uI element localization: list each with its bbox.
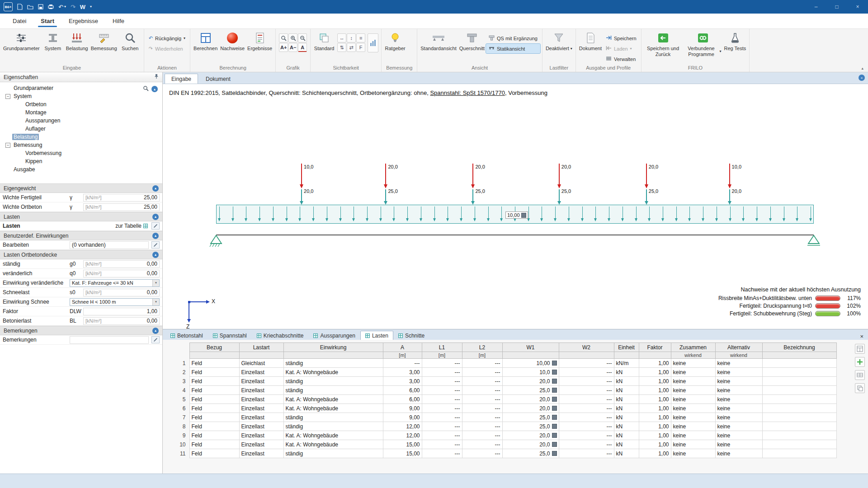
cell-faktor[interactable]: 1,00 xyxy=(639,422,671,431)
font-decrease-button[interactable]: A− xyxy=(288,43,297,52)
load-value-detail-icon[interactable] xyxy=(552,451,557,456)
open-folder-icon[interactable] xyxy=(27,4,33,9)
cell-l1[interactable]: --- xyxy=(422,449,462,458)
table-row[interactable]: 7FeldEinzellastständig9,00------25,0---k… xyxy=(169,413,836,422)
cell-a[interactable]: 3,00 xyxy=(383,377,422,386)
table-row[interactable]: 3FeldEinzellastständig3,00------20,0---k… xyxy=(169,377,836,386)
maximize-button[interactable]: □ xyxy=(826,0,847,14)
verbundene-programme-button[interactable]: Verbundene Programme▾ xyxy=(683,30,723,58)
cell-bezeichnung[interactable] xyxy=(762,359,836,368)
load-value-detail-icon[interactable] xyxy=(552,433,557,438)
w-program-icon[interactable]: W xyxy=(80,4,85,10)
standardansicht-button[interactable]: Standardansicht xyxy=(419,30,458,52)
section-collapse-icon[interactable]: ▴ xyxy=(152,328,159,334)
chevron-down-icon[interactable]: ▾ xyxy=(152,280,159,286)
property-value-field[interactable]: (0 vorhanden) xyxy=(70,241,149,249)
cell-l1[interactable]: --- xyxy=(422,377,462,386)
zoom-select-icon[interactable] xyxy=(279,33,288,42)
cell-lastart[interactable]: Einzellast xyxy=(239,431,283,440)
cell-l2[interactable]: --- xyxy=(462,404,502,413)
undo-icon[interactable]: ↶▾ xyxy=(58,4,66,10)
cell-bezug[interactable]: Feld xyxy=(189,413,239,422)
cell-lastart[interactable]: Einzellast xyxy=(239,386,283,395)
tree-item-ausgabe[interactable]: Ausgabe xyxy=(0,165,162,174)
property-value-field[interactable]: [kN/m²]0,00 xyxy=(83,270,160,277)
cell-l1[interactable]: --- xyxy=(422,404,462,413)
bottom-tab-aussparungen[interactable]: Aussparungen xyxy=(308,331,360,340)
cell-bezug[interactable]: Feld xyxy=(189,422,239,431)
toggle-dimensions-icon[interactable]: ↔ xyxy=(337,33,346,42)
cell-w2[interactable]: --- xyxy=(559,359,614,368)
cell-bezeichnung[interactable] xyxy=(762,377,836,386)
cell-alternativ[interactable]: keine xyxy=(715,386,762,395)
cell-alternativ[interactable]: keine xyxy=(715,431,762,440)
font-edit-button[interactable]: A xyxy=(298,43,307,52)
section-header-benutzerdef-einwirkungen[interactable]: Benutzerdef. Einwirkungen▴ xyxy=(0,231,162,240)
zoom-out-icon[interactable] xyxy=(298,33,307,42)
cell-l1[interactable]: --- xyxy=(422,395,462,404)
bottom-tab-kriechabschnitte[interactable]: Kriechabschnitte xyxy=(252,331,309,340)
querschnitt-button[interactable]: Querschnitt xyxy=(458,30,486,52)
undo-dropdown-icon[interactable]: ▾ xyxy=(184,36,185,40)
cell-l2[interactable]: --- xyxy=(462,449,502,458)
ratgeber-button[interactable]: Ratgeber xyxy=(383,30,407,52)
redo-icon[interactable]: ↷ xyxy=(71,4,75,10)
cell-zusammen[interactable]: keine xyxy=(671,368,715,377)
cell-faktor[interactable]: 1,00 xyxy=(639,449,671,458)
cell-alternativ[interactable]: keine xyxy=(715,440,762,449)
belastung-button[interactable]: Belastung xyxy=(65,30,90,52)
column-header-a[interactable]: A xyxy=(383,343,422,352)
cell-bezug[interactable]: Feld xyxy=(189,368,239,377)
cell-faktor[interactable]: 1,00 xyxy=(639,368,671,377)
column-header-alternativ[interactable]: Alternativ xyxy=(715,343,762,352)
cell-einwirkung[interactable]: ständig xyxy=(283,449,383,458)
cell-w1[interactable]: 25,0 xyxy=(502,422,559,431)
undo-button[interactable]: ↶Rückgängig▾ xyxy=(146,33,188,43)
panel-close-icon[interactable]: × xyxy=(860,333,863,340)
profil-verwalten-button[interactable]: Verwalten xyxy=(603,54,639,64)
tree-item-aussparungen[interactable]: Aussparungen xyxy=(0,117,162,125)
toggle-labels-icon[interactable]: F xyxy=(356,43,365,52)
cell-a[interactable]: 9,00 xyxy=(383,413,422,422)
cell-w1[interactable]: 10,00 xyxy=(502,359,559,368)
column-header-l2[interactable]: L2 xyxy=(462,343,502,352)
cell-l2[interactable]: --- xyxy=(462,386,502,395)
cell-alternativ[interactable]: keine xyxy=(715,395,762,404)
qs-mit-ergaenzung-button[interactable]: QS mit Ergänzung xyxy=(486,33,540,43)
toolbar-customize-icon[interactable]: ▾ xyxy=(90,5,92,9)
minimize-button[interactable]: – xyxy=(806,0,826,14)
load-value-detail-icon[interactable] xyxy=(552,424,557,429)
cell-einwirkung[interactable]: Kat. A: Wohngebäude xyxy=(283,404,383,413)
table-settings-button[interactable] xyxy=(855,344,865,354)
column-header-einwirkung[interactable]: Einwirkung xyxy=(283,343,383,352)
spannstahl-link[interactable]: Spannstahl: SpSt 1570/1770 xyxy=(430,89,505,96)
table-row[interactable]: 4FeldEinzellastständig6,00------25,0---k… xyxy=(169,386,836,395)
cell-faktor[interactable]: 1,00 xyxy=(639,377,671,386)
section-collapse-icon[interactable]: ▴ xyxy=(152,214,159,220)
cell-w1[interactable]: 25,0 xyxy=(502,449,559,458)
cell-w2[interactable]: --- xyxy=(559,440,614,449)
load-value-detail-icon[interactable] xyxy=(552,406,557,411)
cell-lastart[interactable]: Einzellast xyxy=(239,368,283,377)
cell-bezeichnung[interactable] xyxy=(762,368,836,377)
column-header-lastart[interactable]: Lastart xyxy=(239,343,283,352)
cell-alternativ[interactable]: keine xyxy=(715,377,762,386)
cell-w1[interactable]: 20,0 xyxy=(502,440,559,449)
cell-einheit[interactable]: kN xyxy=(614,377,639,386)
statikansicht-button[interactable]: Statikansicht xyxy=(486,44,540,53)
cell-alternativ[interactable]: keine xyxy=(715,359,762,368)
cell-w2[interactable]: --- xyxy=(559,377,614,386)
cell-faktor[interactable]: 1,00 xyxy=(639,431,671,440)
cell-bezug[interactable]: Feld xyxy=(189,386,239,395)
cell-einheit[interactable]: kN xyxy=(614,386,639,395)
cell-l1[interactable]: --- xyxy=(422,413,462,422)
cell-w2[interactable]: --- xyxy=(559,395,614,404)
cell-faktor[interactable]: 1,00 xyxy=(639,440,671,449)
insert-row-button[interactable] xyxy=(855,370,865,380)
cell-einheit[interactable]: kN xyxy=(614,422,639,431)
load-detail-icon[interactable] xyxy=(521,213,526,218)
tree-item-ortbeton[interactable]: Ortbeton xyxy=(0,100,162,108)
bemessung-button[interactable]: Bemessung xyxy=(90,30,118,52)
cell-faktor[interactable]: 1,00 xyxy=(639,395,671,404)
cell-a[interactable]: 3,00 xyxy=(383,368,422,377)
